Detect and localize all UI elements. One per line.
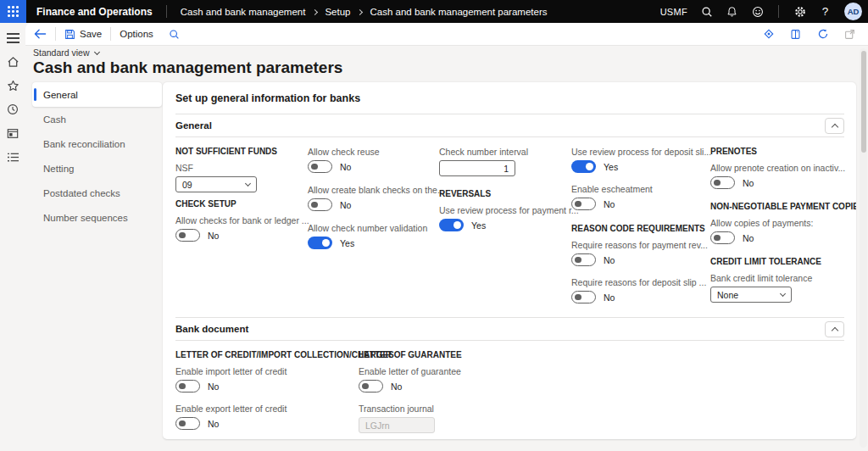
nsf-dropdown[interactable]: 09 xyxy=(175,176,257,192)
save-label: Save xyxy=(80,29,102,39)
deposit-review-label: Use review process for deposit sli... xyxy=(571,147,710,157)
breadcrumb-module[interactable]: Cash and bank management xyxy=(181,7,306,17)
check-number-interval-input[interactable]: 1 xyxy=(439,160,515,176)
group-check-setup: CHECK SETUP xyxy=(175,199,308,209)
nsf-label: NSF xyxy=(175,163,308,173)
breadcrumb-page[interactable]: Cash and bank management parameters xyxy=(370,7,547,17)
action-search-icon[interactable] xyxy=(169,29,180,40)
payment-reasons-toggle[interactable] xyxy=(571,253,596,266)
enable-log-label: Enable letter of guarantee xyxy=(359,366,537,376)
deposit-reasons-label: Require reasons for deposit slip ... xyxy=(571,277,710,287)
open-in-new-window-icon[interactable] xyxy=(843,28,856,41)
allow-check-reuse-toggle[interactable] xyxy=(308,160,332,173)
breadcrumb: Cash and bank management Setup Cash and … xyxy=(181,7,548,17)
import-loc-label: Enable import letter of credit xyxy=(175,366,359,376)
deposit-review-toggle[interactable] xyxy=(571,160,596,173)
scrollbar-thumb[interactable] xyxy=(861,51,866,153)
tab-netting[interactable]: Netting xyxy=(32,156,162,181)
payment-review-toggle[interactable] xyxy=(439,219,464,231)
content-header: Set up general information for banks xyxy=(163,82,856,114)
home-icon[interactable] xyxy=(6,55,19,69)
action-bar-divider xyxy=(55,27,56,41)
app-name[interactable]: Finance and Operations xyxy=(36,6,153,18)
settings-gear-icon[interactable] xyxy=(793,5,806,18)
export-loc-toggle[interactable] xyxy=(175,417,200,430)
section-general-title: General xyxy=(175,120,212,131)
chevron-right-icon xyxy=(312,8,318,14)
company-picker[interactable]: USMF xyxy=(660,7,687,17)
navigation-rail xyxy=(0,23,25,451)
allow-copies-toggle[interactable] xyxy=(710,231,735,244)
allow-check-reuse-label: Allow check reuse xyxy=(308,147,439,157)
help-icon[interactable]: ? xyxy=(819,5,832,18)
chevron-up-icon xyxy=(831,326,837,333)
group-not-sufficient-funds: NOT SUFFICIENT FUNDS xyxy=(175,147,308,156)
group-reversals: REVERSALS xyxy=(439,189,571,198)
group-letter-of-guarantee: LETTER OF GUARANTEE xyxy=(359,350,537,359)
allow-checks-toggle[interactable] xyxy=(175,229,200,242)
allow-check-validation-label: Allow check number validation xyxy=(308,223,439,233)
tab-bank-reconciliation[interactable]: Bank reconciliation xyxy=(32,131,162,156)
deposit-reasons-toggle[interactable] xyxy=(571,291,596,303)
prenote-creation-toggle[interactable] xyxy=(710,176,735,189)
allow-blank-checks-toggle[interactable] xyxy=(308,198,332,211)
credit-tolerance-label: Bank credit limit tolerance xyxy=(710,273,856,283)
section-bank-document-title: Bank document xyxy=(175,324,248,334)
section-bank-document: Bank document LETTER OF CREDIT/IMPORT CO… xyxy=(175,317,844,439)
search-icon[interactable] xyxy=(700,5,713,18)
tab-number-sequences[interactable]: Number sequences xyxy=(32,205,162,230)
chevron-up-icon xyxy=(831,123,837,130)
topbar-divider xyxy=(166,5,167,18)
tab-general[interactable]: General xyxy=(32,82,162,107)
top-navigation-bar: Finance and Operations Cash and bank man… xyxy=(0,0,868,23)
chevron-down-icon xyxy=(94,48,100,54)
user-avatar[interactable]: AD xyxy=(844,3,862,20)
credit-tolerance-dropdown[interactable]: None xyxy=(710,287,792,303)
allow-blank-checks-label: Allow create blank checks on the... xyxy=(308,185,439,195)
enable-log-toggle[interactable] xyxy=(359,380,383,393)
allow-check-validation-toggle[interactable] xyxy=(308,237,332,249)
group-reason-codes: REASON CODE REQUIREMENTS xyxy=(571,224,710,233)
section-general: General NOT SUFFICIENT FUNDS NSF 09 CHEC… xyxy=(175,114,844,317)
enable-escheatment-label: Enable escheatment xyxy=(571,184,710,194)
refresh-icon[interactable] xyxy=(816,28,829,41)
collapse-bank-document-button[interactable] xyxy=(825,321,844,337)
group-prenotes: PRENOTES xyxy=(710,147,856,156)
allow-copies-label: Allow copies of payments: xyxy=(710,218,856,228)
allow-checks-label: Allow checks for bank or ledger ... xyxy=(175,215,308,226)
back-button[interactable] xyxy=(34,29,47,39)
tab-cash[interactable]: Cash xyxy=(32,107,162,131)
app-launcher-icon[interactable] xyxy=(0,0,26,23)
breadcrumb-setup[interactable]: Setup xyxy=(325,7,350,17)
vertical-scrollbar[interactable] xyxy=(860,48,867,448)
action-pane: Save Options xyxy=(25,23,868,46)
favorites-star-icon[interactable] xyxy=(6,79,19,92)
action-bar-divider xyxy=(110,27,111,41)
check-number-interval-label: Check number interval xyxy=(439,147,571,157)
topbar-divider xyxy=(778,5,779,18)
group-letter-of-credit: LETTER OF CREDIT/IMPORT COLLECTION/CHARG… xyxy=(175,350,359,359)
collapse-general-button[interactable] xyxy=(825,118,844,134)
export-loc-label: Enable export letter of credit xyxy=(175,404,359,414)
notifications-bell-icon[interactable] xyxy=(726,5,738,18)
power-apps-icon[interactable] xyxy=(762,28,775,41)
save-button[interactable]: Save xyxy=(64,29,102,40)
tab-postdated-checks[interactable]: Postdated checks xyxy=(32,181,162,205)
workspaces-icon[interactable] xyxy=(6,126,19,140)
waffle-icon xyxy=(8,6,19,17)
chevron-down-icon xyxy=(245,181,251,187)
view-selector[interactable]: Standard view xyxy=(33,47,342,58)
page-title: Cash and bank management parameters xyxy=(33,58,342,77)
recent-clock-icon[interactable] xyxy=(6,103,19,116)
group-non-negotiable-copies: NON-NEGOTIABLE PAYMENT COPIES xyxy=(710,202,856,211)
prenote-creation-label: Allow prenote creation on inactiv... xyxy=(710,163,856,173)
modules-list-icon[interactable] xyxy=(6,150,19,164)
enable-escheatment-toggle[interactable] xyxy=(571,198,596,210)
import-loc-toggle[interactable] xyxy=(175,380,200,393)
options-menu[interactable]: Options xyxy=(120,29,153,39)
vertical-tab-list: General Cash Bank reconciliation Netting… xyxy=(32,82,162,230)
chevron-down-icon xyxy=(780,291,786,297)
expand-menu-icon[interactable] xyxy=(6,31,19,45)
personalization-book-icon[interactable] xyxy=(789,28,802,41)
feedback-smiley-icon[interactable] xyxy=(751,5,764,18)
